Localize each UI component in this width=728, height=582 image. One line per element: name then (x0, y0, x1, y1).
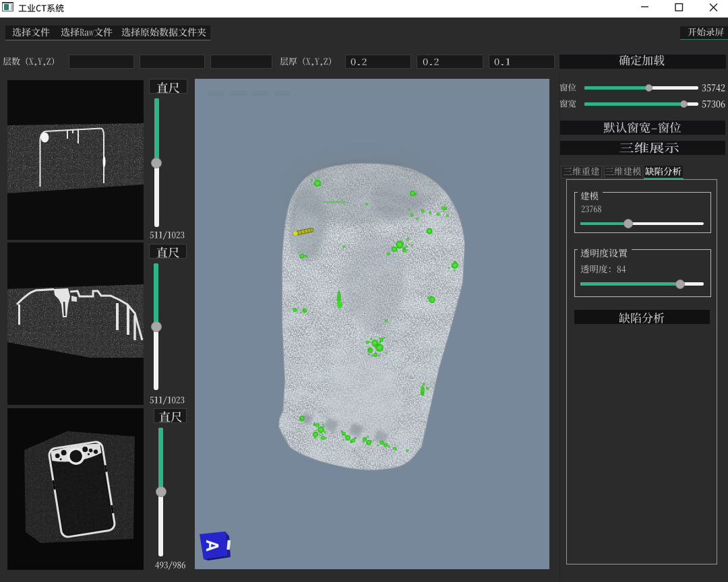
svg-text:A: A (203, 540, 222, 552)
